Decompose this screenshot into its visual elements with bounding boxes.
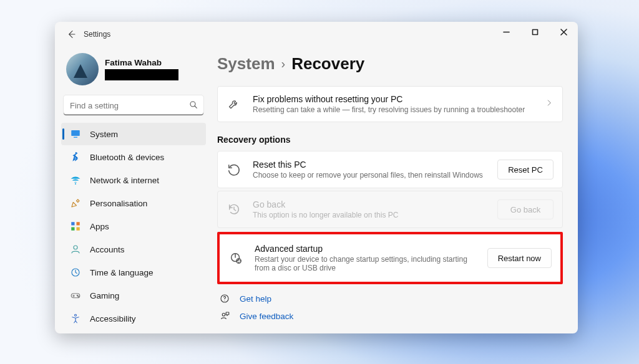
arrow-left-icon (66, 29, 76, 39)
apps-icon (70, 221, 81, 232)
window-title: Settings (84, 30, 110, 39)
nav-network[interactable]: Network & internet (61, 169, 206, 191)
nav-label: Network & internet (90, 176, 159, 185)
breadcrumb: System › Recovery (217, 54, 563, 74)
nav-list: System Bluetooth & devices Network & int… (61, 123, 206, 333)
personalisation-icon (70, 198, 81, 209)
nav-accounts[interactable]: Accounts (61, 238, 206, 261)
svg-point-19 (222, 314, 225, 317)
reset-title: Reset this PC (253, 160, 486, 170)
nav-label: Apps (90, 222, 109, 231)
wrench-icon (227, 98, 241, 110)
profile-name: Fatima Wahab (105, 58, 178, 67)
nav-privacy[interactable]: Privacy & security (61, 330, 206, 333)
recovery-options-heading: Recovery options (217, 135, 563, 145)
nav-label: Accounts (90, 245, 125, 254)
titlebar: Settings (55, 22, 578, 47)
svg-rect-2 (71, 130, 80, 136)
search-input[interactable] (64, 95, 203, 115)
svg-rect-3 (74, 137, 77, 138)
reset-icon (227, 163, 241, 176)
power-settings-icon (228, 251, 243, 265)
profile-text: Fatima Wahab (105, 58, 178, 80)
svg-rect-7 (71, 228, 74, 231)
help-icon (218, 293, 231, 304)
nav-label: Personalisation (90, 199, 147, 208)
sidebar: Fatima Wahab System (55, 47, 212, 333)
get-help-label: Get help (240, 294, 271, 304)
accessibility-icon (70, 313, 81, 324)
maximize-icon (532, 29, 539, 36)
breadcrumb-parent[interactable]: System (217, 54, 275, 74)
minimize-button[interactable] (492, 22, 520, 42)
reset-pc-button[interactable]: Reset PC (497, 160, 554, 180)
system-icon (70, 128, 81, 140)
maximize-button[interactable] (520, 22, 549, 42)
accounts-icon (70, 244, 81, 255)
fix-problems-text: Fix problems without resetting your PC R… (253, 94, 534, 114)
fix-problems-desc: Resetting can take a while — first, try … (253, 105, 534, 114)
profile-email-redacted (105, 69, 178, 80)
nav-time[interactable]: Time & language (61, 261, 206, 284)
nav-label: Time & language (90, 268, 154, 277)
settings-window: Settings Fatima Wahab (55, 22, 578, 333)
fix-problems-card[interactable]: Fix problems without resetting your PC R… (217, 86, 563, 122)
advanced-title: Advanced startup (255, 244, 476, 254)
search-icon (188, 100, 198, 112)
bluetooth-icon (70, 151, 81, 163)
nav-gaming[interactable]: Gaming (61, 284, 206, 307)
svg-rect-0 (532, 29, 537, 34)
svg-rect-6 (77, 222, 80, 225)
nav-label: Gaming (90, 291, 119, 300)
nav-apps[interactable]: Apps (61, 215, 206, 237)
svg-rect-8 (77, 228, 80, 231)
go-back-title: Go back (253, 199, 486, 209)
nav-label: Accessibility (90, 314, 136, 323)
svg-point-9 (74, 246, 77, 249)
go-back-desc: This option is no longer available on th… (253, 211, 486, 219)
network-icon (70, 175, 81, 186)
search-box (64, 95, 203, 115)
go-back-option: Go back This option is no longer availab… (217, 191, 563, 228)
nav-bluetooth[interactable]: Bluetooth & devices (61, 146, 206, 168)
close-icon (560, 29, 567, 36)
svg-point-4 (75, 183, 76, 184)
minimize-icon (503, 29, 510, 36)
avatar (66, 53, 99, 85)
restart-now-button[interactable]: Restart now (487, 248, 552, 268)
back-button[interactable] (62, 26, 80, 43)
svg-point-12 (77, 295, 78, 296)
give-feedback-label: Give feedback (240, 312, 293, 321)
highlight-annotation: Advanced startup Restart your device to … (217, 232, 563, 284)
go-back-button: Go back (497, 199, 554, 219)
svg-point-18 (224, 300, 225, 301)
advanced-desc: Restart your device to change startup se… (255, 255, 476, 272)
svg-point-13 (78, 296, 79, 297)
fix-problems-title: Fix problems without resetting your PC (253, 94, 534, 104)
reset-desc: Choose to keep or remove your personal f… (253, 171, 486, 180)
breadcrumb-current: Recovery (291, 54, 364, 74)
reset-pc-option: Reset this PC Choose to keep or remove y… (217, 151, 563, 188)
advanced-startup-option: Advanced startup Restart your device to … (220, 234, 560, 282)
close-button[interactable] (549, 22, 578, 42)
nav-system[interactable]: System (61, 123, 206, 145)
chevron-right-icon (545, 98, 554, 110)
nav-label: System (90, 130, 118, 139)
nav-personalisation[interactable]: Personalisation (61, 192, 206, 214)
main-content: System › Recovery Fix problems without r… (212, 47, 578, 333)
window-controls (492, 22, 578, 42)
history-icon (227, 203, 241, 216)
nav-label: Bluetooth & devices (90, 153, 164, 162)
time-icon (70, 267, 81, 278)
chevron-right-icon: › (281, 57, 286, 71)
svg-point-14 (75, 314, 77, 316)
get-help-link[interactable]: Get help (218, 293, 563, 304)
gaming-icon (70, 290, 81, 301)
svg-rect-5 (71, 222, 74, 225)
nav-accessibility[interactable]: Accessibility (61, 307, 206, 330)
feedback-icon (218, 310, 231, 322)
give-feedback-link[interactable]: Give feedback (218, 310, 563, 322)
profile-block[interactable]: Fatima Wahab (61, 47, 206, 93)
help-links: Get help Give feedback (217, 293, 563, 322)
window-body: Fatima Wahab System (55, 47, 578, 333)
